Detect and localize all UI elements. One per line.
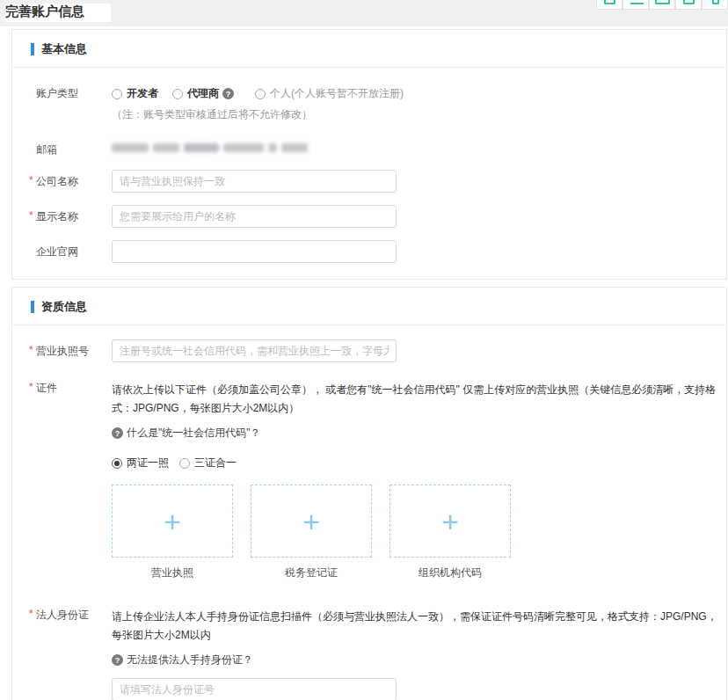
qualification-section-title: 资质信息 <box>41 299 87 315</box>
legal-id-instructions: 请上传企业法人本人手持身份证信息扫描件（必须与营业执照法人一致），需保证证件号码… <box>112 603 726 645</box>
plus-icon: + <box>441 507 459 536</box>
required-asterisk: * <box>29 344 33 356</box>
email-label: 邮箱 <box>36 138 112 157</box>
radio-icon <box>255 89 266 99</box>
radio-icon[interactable] <box>179 458 190 469</box>
required-asterisk: * <box>29 608 33 620</box>
credit-code-help-link[interactable]: ? 什么是"统一社会信用代码"？ <box>112 426 726 441</box>
qualification-card: 资质信息 * 营业执照号 * 证件 请依次上传以下证件（必须加盖公司公章）， 或… <box>11 287 727 700</box>
upload-org-code: + 组织机构代码 <box>389 485 511 580</box>
upload-label: 组织机构代码 <box>389 565 511 580</box>
company-name-row: * 公司名称 <box>12 170 726 193</box>
green-icon-fragment <box>630 0 644 4</box>
page-title: 完善账户信息 <box>5 4 111 22</box>
legal-id-help-link[interactable]: ? 无法提供法人手持身份证？ <box>112 653 726 667</box>
upload-label: 营业执照 <box>112 565 233 580</box>
help-icon: ? <box>112 427 123 439</box>
radio-personal: 个人(个人账号暂不开放注册) <box>255 86 404 101</box>
radio-icon-checked[interactable] <box>112 458 122 469</box>
license-no-label: * 营业执照号 <box>36 339 112 359</box>
radio-developer[interactable]: 开发者 <box>112 86 158 101</box>
upload-label: 税务登记证 <box>251 565 372 580</box>
account-type-label: 账户类型 <box>36 82 112 101</box>
legal-id-input[interactable] <box>112 678 397 700</box>
account-type-note: （注：账号类型审核通过后将不允许修改） <box>112 106 726 122</box>
radio-agent[interactable]: 代理商 ? <box>172 86 237 101</box>
required-asterisk: * <box>29 381 33 393</box>
radio-icon[interactable] <box>172 89 183 99</box>
upload-business-license-box[interactable]: + <box>112 485 233 558</box>
green-tool-icon[interactable] <box>702 0 728 10</box>
top-strip: 完善账户信息 <box>0 0 728 26</box>
help-icon: ? <box>112 654 123 666</box>
display-name-label: * 显示名称 <box>36 205 112 224</box>
display-name-row: * 显示名称 <box>12 205 726 228</box>
basic-section-header: 基本信息 <box>12 30 726 68</box>
legal-id-label: * 法人身份证 <box>36 603 112 623</box>
redacted-email-value <box>112 138 726 152</box>
radio-two-cert-one-license[interactable]: 两证一照 <box>112 456 169 470</box>
help-icon[interactable]: ? <box>222 88 234 99</box>
plus-icon: + <box>302 507 320 536</box>
section-accent-bar <box>31 301 34 313</box>
website-label: 企业官网 <box>36 240 112 259</box>
account-type-row: 账户类型 开发者 代理商 ? 个人(个人账号暂不开放注册) （注：账号类型审核通… <box>12 82 726 122</box>
screenshot-toolbar <box>596 0 728 10</box>
documents-instructions: 请依次上传以下证件（必须加盖公司公章）， 或者您有"统一社会信用代码" 仅需上传… <box>112 376 726 418</box>
license-no-input[interactable] <box>112 339 397 362</box>
green-tool-icon[interactable] <box>675 0 702 10</box>
basic-section-title: 基本信息 <box>41 41 87 57</box>
radio-icon[interactable] <box>112 89 122 99</box>
website-input[interactable] <box>112 240 397 263</box>
display-name-input[interactable] <box>112 205 397 228</box>
section-accent-bar <box>31 43 34 55</box>
company-name-input[interactable] <box>112 170 397 193</box>
documents-label: * 证件 <box>36 376 112 396</box>
documents-row: * 证件 请依次上传以下证件（必须加盖公司公章）， 或者您有"统一社会信用代码"… <box>12 376 726 580</box>
license-no-row: * 营业执照号 <box>12 339 726 362</box>
green-icon-fragment <box>604 0 615 4</box>
green-tool-icon[interactable] <box>596 0 622 10</box>
green-tool-icon[interactable] <box>649 0 675 10</box>
upload-org-code-box[interactable]: + <box>389 485 511 558</box>
green-icon-fragment <box>683 0 695 4</box>
upload-tax-registration: + 税务登记证 <box>251 485 372 580</box>
green-icon-fragment <box>655 0 670 4</box>
green-icon-fragment <box>712 0 719 4</box>
required-asterisk: * <box>29 209 33 222</box>
plus-icon: + <box>164 507 181 536</box>
required-asterisk: * <box>29 174 33 186</box>
email-row: 邮箱 <box>12 138 726 157</box>
basic-info-card: 基本信息 账户类型 开发者 代理商 ? 个人(个人账号暂不开放注册) （注 <box>11 29 727 280</box>
radio-three-in-one[interactable]: 三证合一 <box>179 456 237 470</box>
website-row: 企业官网 <box>12 240 726 279</box>
green-tool-icon[interactable] <box>622 0 649 10</box>
legal-id-row: * 法人身份证 请上传企业法人本人手持身份证信息扫描件（必须与营业执照法人一致）… <box>12 603 726 700</box>
qualification-section-header: 资质信息 <box>12 288 726 325</box>
upload-business-license: + 营业执照 <box>112 485 233 580</box>
upload-tax-registration-box[interactable]: + <box>251 485 372 558</box>
company-name-label: * 公司名称 <box>36 170 112 189</box>
